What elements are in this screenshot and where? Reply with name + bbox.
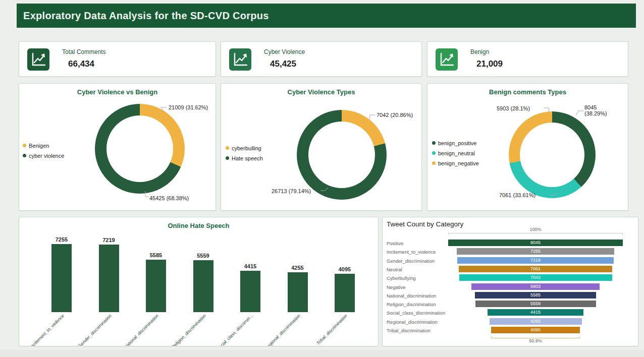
funnel-bar[interactable]: 4095 — [491, 327, 580, 333]
chart-title: Tweet Count by Category — [387, 220, 463, 228]
legend-label: benign_neutral — [438, 150, 475, 156]
legend-item[interactable]: benign_neutral — [432, 150, 479, 156]
funnel-category-label: Gender_discrimination — [387, 258, 462, 264]
chart-legend: cyberbulling Hate speech — [226, 145, 263, 165]
bar-value-label: 4095 — [330, 266, 360, 272]
bar[interactable] — [335, 274, 355, 312]
category-label: National_discrimination — [110, 313, 159, 346]
bar-chart-plot-area: 7255Incitement_to_violence7219Gender_dis… — [19, 217, 378, 346]
funnel-category-label: Cyberbullying — [387, 275, 462, 281]
funnel-bar-value: 4095 — [491, 327, 580, 333]
funnel-bar[interactable]: 7255 — [457, 248, 614, 255]
funnel-bar[interactable]: 7042 — [459, 274, 612, 281]
legend-label: Hate speech — [232, 155, 263, 161]
chart-legend: benign_positive benign_neutral benign_ne… — [432, 140, 479, 170]
funnel-bar[interactable]: 4255 — [490, 318, 582, 325]
legend-label: cyberbulling — [232, 145, 261, 151]
funnel-top-bracket — [448, 233, 623, 235]
funnel-category-label: Tribal_discrimination — [387, 328, 462, 333]
line-chart-icon — [27, 48, 49, 71]
report-header: Exploratory Data Analysis for the SD-CVD… — [17, 4, 636, 28]
chart-legend: Benigen cyber violence — [23, 142, 64, 162]
report-title: Exploratory Data Analysis for the SD-CVD… — [17, 4, 636, 22]
legend-dot — [226, 156, 229, 160]
legend-item[interactable]: Benigen — [23, 142, 64, 149]
data-label: 7042 (20.86%) — [377, 112, 424, 118]
bar[interactable] — [146, 260, 166, 312]
legend-label: cyber violence — [29, 153, 64, 159]
bar-chart-panel-online-hate-speech: Online Hate Speech 7255Incitement_to_vio… — [19, 217, 379, 346]
data-label: 26713 (79.14%) — [272, 188, 327, 194]
bar[interactable] — [99, 245, 119, 312]
data-label: 7061 (33.61%) — [499, 192, 550, 198]
kpi-card-benign: Benign 21,009 — [427, 41, 628, 77]
kpi-value: 45,425 — [264, 59, 305, 69]
bar-value-label: 7219 — [94, 237, 124, 243]
funnel-bar-value: 8045 — [448, 240, 623, 246]
powerbi-dashboard: { "header": { "title": "Exploratory Data… — [0, 0, 644, 357]
funnel-category-label: Religion_discrimination — [387, 302, 462, 307]
donut-panel-cyber-violence-vs-benign: Cyber Violence vs Benign Benigen cyber v… — [19, 83, 216, 211]
funnel-panel-tweet-count-by-category: Tweet Count by Category 100% Positive804… — [382, 217, 638, 346]
donut-chart[interactable] — [297, 110, 387, 200]
bar[interactable] — [51, 244, 72, 312]
funnel-category-label: National_discrimination — [387, 293, 462, 299]
legend-dot — [432, 161, 436, 165]
legend-dot — [226, 146, 229, 150]
data-label: 5903 (28.1%) — [497, 105, 545, 111]
legend-item[interactable]: cyber violence — [23, 152, 64, 159]
funnel-category-label: Negative — [387, 284, 462, 290]
legend-label: benign_negative — [438, 160, 479, 166]
kpi-label: Benign — [470, 48, 503, 55]
bar-value-label: 4255 — [283, 265, 313, 271]
funnel-bar-value: 5585 — [475, 292, 596, 299]
bar[interactable] — [288, 272, 308, 312]
legend-dot — [23, 154, 26, 157]
donut-chart[interactable] — [95, 104, 185, 194]
bar[interactable] — [193, 260, 213, 312]
data-label: 8045 (38.29%) — [584, 104, 616, 116]
funnel-top-percent-label: 100% — [505, 227, 566, 232]
funnel-bar-value: 4415 — [488, 309, 583, 316]
funnel-bar-value: 7219 — [457, 257, 614, 264]
funnel-bar-value: 5559 — [475, 301, 596, 307]
category-label: Gender_discrimination — [63, 313, 113, 346]
category-label: Regional_discrimination — [251, 313, 301, 346]
funnel-bar[interactable]: 8045 — [448, 240, 623, 246]
donut-panel-benign-comments-types: Benign comments Types benign_positive be… — [427, 83, 628, 211]
funnel-bar[interactable]: 7219 — [457, 257, 614, 264]
funnel-bar[interactable]: 5903 — [471, 283, 600, 290]
kpi-value: 21,009 — [470, 59, 503, 69]
kpi-card-total-comments: Total Comments 66,434 — [19, 41, 216, 77]
bar[interactable] — [240, 271, 260, 312]
funnel-bar[interactable]: 4415 — [488, 309, 583, 316]
funnel-bar[interactable]: 7061 — [459, 266, 612, 272]
legend-label: benign_positive — [438, 140, 476, 146]
funnel-bar-value: 5903 — [471, 283, 600, 290]
funnel-bar[interactable]: 5585 — [475, 292, 596, 299]
legend-item[interactable]: benign_negative — [432, 160, 479, 166]
funnel-category-label: Incitement_to_violence — [387, 249, 462, 255]
legend-dot — [432, 141, 436, 145]
donut-hole — [520, 123, 584, 187]
donut-chart[interactable] — [509, 111, 596, 198]
funnel-category-label: Neutral — [387, 267, 462, 272]
funnel-category-label: Social_class_discrimination — [387, 310, 462, 316]
kpi-label: Total Comments — [62, 48, 106, 55]
legend-dot — [23, 144, 26, 147]
legend-item[interactable]: Hate speech — [226, 155, 263, 161]
chart-title: Cyber Violence Types — [221, 88, 421, 96]
category-label: Social_class_discrimin... — [204, 313, 254, 346]
category-label: Incitement_to_violence — [19, 313, 65, 346]
page-bottom-strip — [0, 350, 644, 357]
chart-title: Cyber Violence vs Benign — [19, 88, 216, 96]
legend-item[interactable]: benign_positive — [432, 140, 479, 146]
funnel-bar[interactable]: 5559 — [475, 301, 596, 307]
category-label: Tribal_discrimination — [298, 313, 348, 346]
bar-value-label: 5585 — [141, 252, 171, 258]
funnel-bar-value: 7061 — [459, 266, 612, 272]
line-chart-icon — [436, 48, 458, 71]
funnel-category-label: Regional_discrimination — [387, 319, 462, 325]
funnel-bar-value: 4255 — [490, 318, 582, 325]
legend-item[interactable]: cyberbulling — [226, 145, 263, 151]
